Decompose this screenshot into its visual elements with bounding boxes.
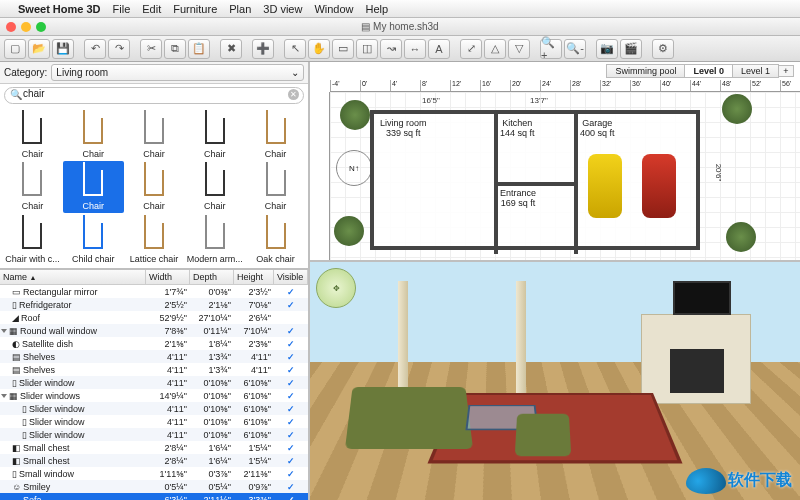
window-zoom-button[interactable] (36, 22, 46, 32)
furniture-list-body[interactable]: ▭Rectangular mirror1'7¾"0'0⅜"2'3½"✓▯Refr… (0, 285, 308, 500)
tab-level-0[interactable]: Level 0 (684, 64, 733, 78)
toolbar-open-button[interactable]: 📂 (28, 39, 50, 59)
plan-canvas[interactable]: N↑ 16'5" 13'7" 20'6" Living room339 sq f… (330, 92, 800, 260)
furniture-row[interactable]: ▭Rectangular mirror1'7¾"0'0⅜"2'3½"✓ (0, 285, 308, 298)
toolbar-delete-button[interactable]: ✖ (220, 39, 242, 59)
plant-icon[interactable] (722, 94, 752, 124)
window-minimize-button[interactable] (21, 22, 31, 32)
toolbar-plan-up-button[interactable]: △ (484, 39, 506, 59)
tab-level-1[interactable]: Level 1 (732, 64, 779, 78)
furniture-row[interactable]: ▯Small window1'11⅝"0'3⅞"2'11⅜"✓ (0, 467, 308, 480)
toolbar-cut-button[interactable]: ✂ (140, 39, 162, 59)
catalog-item[interactable]: Modern arm... (184, 213, 245, 266)
clear-search-button[interactable]: ✕ (288, 89, 299, 100)
visible-checkbox[interactable]: ✓ (287, 365, 295, 375)
catalog-item[interactable]: Oak chair (245, 213, 306, 266)
visible-checkbox[interactable]: ✓ (287, 469, 295, 479)
furniture-row[interactable]: ▯Refridgerator2'5½"2'1⅛"7'0⅛"✓ (0, 298, 308, 311)
catalog-item[interactable]: Chair (184, 161, 245, 214)
toolbar-preferences-button[interactable]: ⚙ (652, 39, 674, 59)
furniture-row[interactable]: ☺Smiley0'5¼"0'5¼"0'9⅞"✓ (0, 480, 308, 493)
catalog-item[interactable]: Chair (63, 161, 124, 214)
col-header-visible[interactable]: Visible (274, 270, 308, 284)
disclosure-triangle-icon[interactable] (1, 394, 7, 398)
furniture-row[interactable]: ▯Slider window4'11"0'10⅝"6'10⅝"✓ (0, 376, 308, 389)
compass-icon[interactable]: N↑ (336, 150, 372, 186)
visible-checkbox[interactable]: ✓ (287, 443, 295, 453)
menu-help[interactable]: Help (366, 3, 389, 15)
car-icon[interactable] (588, 154, 622, 218)
toolbar-plan-scale-button[interactable]: ⤢ (460, 39, 482, 59)
plant-icon[interactable] (340, 100, 370, 130)
menu-window[interactable]: Window (314, 3, 353, 15)
catalog-item[interactable]: Chair (184, 108, 245, 161)
furniture-row[interactable]: ▦Slider windows14'9¼"0'10⅝"6'10⅝"✓ (0, 389, 308, 402)
toolbar-zoom-out-button[interactable]: 🔍- (564, 39, 586, 59)
furniture-row[interactable]: ▤Shelves4'11"1'3¾"4'11"✓ (0, 363, 308, 376)
furniture-row[interactable]: ▯Slider window4'11"0'10⅝"6'10⅝"✓ (0, 402, 308, 415)
toolbar-zoom-in-button[interactable]: 🔍+ (540, 39, 562, 59)
catalog-item[interactable]: Chair with c... (2, 213, 63, 266)
furniture-row[interactable]: ◧Small chest2'8¼"1'6¼"1'5¼"✓ (0, 441, 308, 454)
furniture-row[interactable]: ▬Sofa6'3¼"2'11½"3'3⅜"✓ (0, 493, 308, 500)
visible-checkbox[interactable]: ✓ (287, 287, 295, 297)
toolbar-room-button[interactable]: ◫ (356, 39, 378, 59)
catalog-item[interactable]: Chair (63, 108, 124, 161)
visible-checkbox[interactable]: ✓ (287, 417, 295, 427)
plan-2d-panel[interactable]: Swimming pool Level 0 Level 1 + -4'0'4'8… (310, 62, 800, 262)
toolbar-paste-button[interactable]: 📋 (188, 39, 210, 59)
toolbar-new-button[interactable]: ▢ (4, 39, 26, 59)
room-label[interactable]: Living room339 sq ft (380, 118, 427, 138)
visible-checkbox[interactable]: ✓ (287, 300, 295, 310)
menu-file[interactable]: File (113, 3, 131, 15)
room-label[interactable]: Garage400 sq ft (580, 118, 615, 138)
toolbar-wall-button[interactable]: ▭ (332, 39, 354, 59)
col-header-depth[interactable]: Depth (190, 270, 234, 284)
app-menu[interactable]: Sweet Home 3D (18, 3, 101, 15)
catalog-item[interactable]: Child chair (63, 213, 124, 266)
toolbar-redo-button[interactable]: ↷ (108, 39, 130, 59)
catalog-item[interactable]: Chair (2, 108, 63, 161)
toolbar-text-button[interactable]: A (428, 39, 450, 59)
furniture-row[interactable]: ▤Shelves4'11"1'3¾"4'11"✓ (0, 350, 308, 363)
menu-edit[interactable]: Edit (142, 3, 161, 15)
house-outline[interactable]: Living room339 sq ftKitchen144 sq ftEntr… (370, 110, 700, 250)
plant-icon[interactable] (334, 216, 364, 246)
view-3d-panel[interactable]: ✥ 软件下载 (310, 262, 800, 500)
3d-nav-widget[interactable]: ✥ (316, 268, 356, 308)
furniture-row[interactable]: ▯Slider window4'11"0'10⅝"6'10⅝"✓ (0, 415, 308, 428)
toolbar-plan-down-button[interactable]: ▽ (508, 39, 530, 59)
toolbar-photo-button[interactable]: 📷 (596, 39, 618, 59)
plant-icon[interactable] (726, 222, 756, 252)
visible-checkbox[interactable]: ✓ (287, 339, 295, 349)
toolbar-video-button[interactable]: 🎬 (620, 39, 642, 59)
catalog-item[interactable]: Chair (245, 161, 306, 214)
col-header-width[interactable]: Width (146, 270, 190, 284)
visible-checkbox[interactable]: ✓ (287, 482, 295, 492)
toolbar-dimension-button[interactable]: ↔ (404, 39, 426, 59)
toolbar-select-button[interactable]: ↖ (284, 39, 306, 59)
furniture-row[interactable]: ▦Round wall window7'8⅜"0'11¼"7'10¼"✓ (0, 324, 308, 337)
toolbar-polyline-button[interactable]: ↝ (380, 39, 402, 59)
catalog-search-input[interactable]: 🔍 chair ✕ (4, 87, 304, 104)
category-select[interactable]: Living room ⌄ (51, 64, 304, 81)
menu-3dview[interactable]: 3D view (263, 3, 302, 15)
catalog-item[interactable]: Chair (124, 161, 185, 214)
menu-plan[interactable]: Plan (229, 3, 251, 15)
room-label[interactable]: Kitchen144 sq ft (500, 118, 535, 138)
catalog-item[interactable]: Chair (2, 161, 63, 214)
furniture-row[interactable]: ◢Roof52'9½"27'10¼"2'6¼" (0, 311, 308, 324)
furniture-row[interactable]: ◐Satellite dish2'1⅝"1'8¼"2'3⅝"✓ (0, 337, 308, 350)
visible-checkbox[interactable]: ✓ (287, 456, 295, 466)
disclosure-triangle-icon[interactable] (1, 329, 7, 333)
toolbar-pan-button[interactable]: ✋ (308, 39, 330, 59)
visible-checkbox[interactable]: ✓ (287, 326, 295, 336)
catalog-item[interactable]: Chair (245, 108, 306, 161)
visible-checkbox[interactable]: ✓ (287, 404, 295, 414)
toolbar-undo-button[interactable]: ↶ (84, 39, 106, 59)
visible-checkbox[interactable]: ✓ (287, 378, 295, 388)
car-icon[interactable] (642, 154, 676, 218)
col-header-name[interactable]: Name ▲ (0, 270, 146, 284)
toolbar-copy-button[interactable]: ⧉ (164, 39, 186, 59)
furniture-row[interactable]: ◧Small chest2'8¼"1'6¼"1'5¼"✓ (0, 454, 308, 467)
